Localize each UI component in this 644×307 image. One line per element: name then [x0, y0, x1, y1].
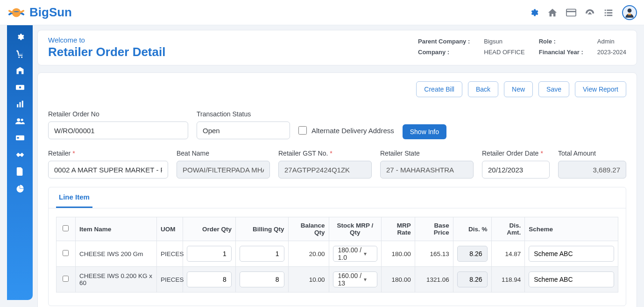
cell-dis-amt: 118.94: [491, 267, 525, 293]
actions-row: Create Bill Back New Save View Report: [48, 81, 626, 97]
gear-icon[interactable]: [529, 7, 539, 18]
save-button[interactable]: Save: [538, 81, 569, 97]
svg-rect-2: [566, 11, 576, 12]
svg-rect-4: [607, 9, 612, 11]
col-base-price: Base Price: [415, 217, 453, 241]
cell-base-price: 165.13: [415, 241, 453, 267]
line-item-section: Line Item Item Name UOM Order Qty Billin…: [48, 187, 626, 306]
svg-rect-3: [605, 9, 606, 11]
sidebar-cart-icon[interactable]: [11, 47, 29, 61]
user-avatar[interactable]: [622, 5, 637, 20]
gst-input: [278, 161, 372, 178]
col-balance-qty: Balance Qty: [288, 217, 329, 241]
brand-name: BigSun: [29, 5, 72, 20]
brand-logo[interactable]: BigSun: [7, 3, 72, 22]
svg-point-16: [17, 118, 20, 121]
retailer-input[interactable]: [48, 161, 168, 178]
page-header: Welcome to Retailer Order Detail Parent …: [37, 30, 637, 65]
billing-qty-input[interactable]: [240, 271, 284, 287]
sidebar-handshake-icon[interactable]: [11, 148, 29, 162]
show-info-button[interactable]: Show Info: [403, 124, 446, 139]
svg-rect-19: [17, 137, 19, 139]
status-label: Transaction Status: [197, 110, 290, 118]
alt-address-checkbox[interactable]: [298, 126, 307, 135]
beat-input: [177, 161, 270, 178]
tab-line-item[interactable]: Line Item: [56, 187, 92, 208]
form-card: Create Bill Back New Save View Report Re…: [37, 72, 637, 307]
home-icon[interactable]: [547, 7, 558, 18]
sidebar-chart-icon[interactable]: [11, 97, 29, 111]
col-mrp-rate: MRP Rate: [382, 217, 415, 241]
fy-value: 2023-2024: [597, 49, 626, 56]
cell-base-price: 1321.06: [415, 267, 453, 293]
total-input: [558, 161, 626, 178]
dis-pct-input: [457, 246, 488, 262]
sidebar-document-icon[interactable]: [11, 164, 29, 178]
sidebar-pie-icon[interactable]: [11, 181, 29, 195]
back-button[interactable]: Back: [468, 81, 498, 97]
cell-uom: PIECES: [157, 267, 183, 293]
beat-label: Beat Name: [177, 150, 270, 157]
row-checkbox[interactable]: [63, 250, 69, 256]
topbar: BigSun: [0, 0, 644, 25]
order-no-input[interactable]: [48, 121, 188, 139]
sidebar-warehouse-icon[interactable]: [11, 64, 29, 78]
line-item-table: Item Name UOM Order Qty Billing Qty Bala…: [56, 217, 618, 293]
card-icon[interactable]: [566, 7, 576, 18]
cell-balance-qty: 10.00: [288, 267, 329, 293]
svg-point-17: [21, 119, 23, 121]
svg-rect-15: [21, 101, 23, 107]
table-row: CHEESE IWS 200 Gm PIECES 20.00 180.00 / …: [57, 241, 618, 267]
col-dis-amt: Dis. Amt.: [491, 217, 525, 241]
table-row: CHEESE IWS 0.200 KG x 60 PIECES 10.00 16…: [57, 267, 618, 293]
svg-rect-10: [628, 14, 631, 15]
cell-item-name: CHEESE IWS 200 Gm: [75, 241, 156, 267]
svg-rect-14: [19, 102, 21, 107]
fy-label: Financial Year :: [539, 49, 583, 56]
create-bill-button[interactable]: Create Bill: [416, 81, 462, 97]
sidebar-cash-icon[interactable]: [11, 80, 29, 94]
cell-mrp-rate: 180.00: [382, 241, 415, 267]
status-input[interactable]: [197, 121, 290, 139]
svg-rect-8: [607, 14, 612, 16]
svg-rect-5: [605, 12, 606, 14]
view-report-button[interactable]: View Report: [575, 81, 626, 97]
svg-rect-7: [605, 14, 606, 16]
list-icon[interactable]: [603, 7, 614, 18]
cell-uom: PIECES: [157, 241, 183, 267]
scheme-input[interactable]: [529, 271, 614, 287]
state-input: [380, 161, 474, 178]
row-checkbox[interactable]: [63, 276, 69, 282]
role-label: Role :: [539, 38, 583, 45]
sidebar-users-icon[interactable]: [11, 114, 29, 128]
company-value: HEAD OFFICE: [484, 49, 524, 56]
col-dis-pct: Dis. %: [453, 217, 491, 241]
col-uom: UOM: [157, 217, 183, 241]
cell-mrp-rate: 180.00: [382, 267, 415, 293]
order-qty-input[interactable]: [187, 246, 232, 262]
sidebar-payments-icon[interactable]: [11, 131, 29, 145]
select-all-checkbox[interactable]: [63, 225, 69, 231]
total-label: Total Amount: [558, 150, 626, 157]
cell-item-name: CHEESE IWS 0.200 KG x 60: [75, 267, 156, 293]
svg-point-9: [628, 8, 632, 13]
cell-balance-qty: 20.00: [288, 241, 329, 267]
scheme-input[interactable]: [529, 246, 614, 262]
col-scheme: Scheme: [525, 217, 618, 241]
new-button[interactable]: New: [504, 81, 533, 97]
order-qty-input[interactable]: [187, 271, 232, 287]
order-no-label: Retailer Order No: [48, 110, 188, 118]
parent-company-label: Parent Company :: [418, 38, 470, 45]
sidebar: [7, 25, 33, 300]
sidebar-gear-icon[interactable]: [11, 30, 29, 44]
chevron-down-icon: ▾: [364, 250, 367, 257]
gst-label: Retailer GST No.*: [278, 150, 372, 157]
svg-rect-6: [607, 12, 612, 14]
col-billing-qty: Billing Qty: [235, 217, 288, 241]
billing-qty-input[interactable]: [240, 246, 284, 262]
stock-mrp-select[interactable]: 160.00 / 13▾: [333, 271, 378, 287]
stock-mrp-select[interactable]: 180.00 / 1.0▾: [333, 246, 378, 262]
gauge-icon[interactable]: [585, 7, 595, 18]
retailer-label: Retailer*: [48, 150, 168, 157]
date-input[interactable]: [482, 161, 550, 178]
